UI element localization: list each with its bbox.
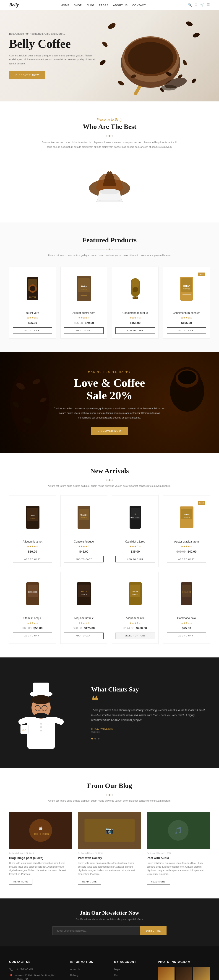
product-price: $95.00 $79.00 xyxy=(64,321,103,325)
divider-line-left xyxy=(87,249,105,250)
divider-dot-active xyxy=(109,479,110,481)
featured-divider xyxy=(9,248,210,250)
select-options-button[interactable]: SELECT OPTIONS xyxy=(116,633,155,639)
add-to-cart-button[interactable]: ADD TO CART xyxy=(64,556,103,562)
nav-contact[interactable]: CONTACT xyxy=(132,4,146,6)
product-image: COFFEE xyxy=(13,271,52,308)
main-nav: Belly HOME SHOP BLOG PAGES ABOUT US CONT… xyxy=(0,0,219,10)
newsletter-email-input[interactable] xyxy=(52,926,140,935)
add-to-cart-button[interactable]: ADD TO CART xyxy=(116,327,155,334)
menu-icon[interactable]: ☰ xyxy=(207,3,210,7)
featured-products-grid: COFFEE Nullet vern ★★★★☆ $95.00 ADD TO C… xyxy=(9,267,210,339)
product-img-svg: Belly COFFEE xyxy=(24,504,42,532)
product-name: Stam sit neque xyxy=(13,617,52,620)
product-name: Aliquat auctor sem xyxy=(64,311,103,315)
product-image: SINGLE ORIGIN xyxy=(116,577,155,613)
add-to-cart-button[interactable]: ADD TO CART xyxy=(64,633,103,639)
product-name: Aliquam id amet xyxy=(13,540,52,543)
svg-text:☕: ☕ xyxy=(39,826,43,830)
read-more-button[interactable]: READ MORE xyxy=(9,879,32,885)
coffee-splash xyxy=(78,156,141,202)
nav-about[interactable]: ABOUT US xyxy=(113,4,128,6)
nav-pages[interactable]: PAGES xyxy=(99,4,109,6)
promo-beans-left-svg xyxy=(9,368,50,436)
product-badge: SALE xyxy=(198,501,205,504)
blog-grid: ☕ COFFEE BLOG By Admin | March 21, 2018 … xyxy=(9,812,210,885)
svg-point-97 xyxy=(40,726,42,728)
nav-logo[interactable]: Belly xyxy=(9,2,19,8)
product-name: Candidat a jurou xyxy=(116,540,155,543)
svg-text:Belly: Belly xyxy=(81,285,87,288)
product-image: Belly COFFEE xyxy=(13,500,52,536)
product-price: $95.00 xyxy=(13,321,52,325)
featured-description: Alnum est totore quas delites gallique, … xyxy=(41,253,178,258)
product-img-svg: Classic BLEND xyxy=(75,504,93,532)
about-subtitle: Welcome to Belly xyxy=(18,118,201,121)
footer-link-about[interactable]: About Us xyxy=(70,968,79,970)
footer-link-cart[interactable]: Cart xyxy=(114,974,118,977)
hero-text: Best Choice For Restaurant, Cafe and Mor… xyxy=(9,32,96,80)
testimonial-navigation xyxy=(91,738,205,740)
search-icon[interactable]: 🔍 xyxy=(188,3,192,7)
wishlist-icon[interactable]: ♡ xyxy=(195,3,198,7)
svg-point-2 xyxy=(101,41,108,48)
hero-image xyxy=(96,14,205,102)
add-to-cart-button[interactable]: ADD TO CART xyxy=(167,327,206,334)
add-to-cart-button[interactable]: ADD TO CART xyxy=(167,556,206,562)
newsletter-subscribe-button[interactable]: SUBSCRIBE xyxy=(140,926,167,935)
footer-link-login[interactable]: Login xyxy=(114,968,119,970)
product-price: $75.00 xyxy=(167,626,206,630)
svg-text:SINGLE: SINGLE xyxy=(132,591,138,592)
svg-point-12 xyxy=(128,42,173,74)
testimonial-dot[interactable] xyxy=(94,738,96,740)
promo-cta-button[interactable]: DISCOVER NOW xyxy=(91,427,127,435)
hero-cta-button[interactable]: DISCOVER NOW xyxy=(9,71,45,79)
product-name: Condimentum peesum xyxy=(167,311,206,315)
svg-point-96 xyxy=(40,723,42,725)
product-price: $30.00 xyxy=(13,550,52,553)
promo-content: Making People Happy Love & CoffeeLove & … xyxy=(52,371,167,435)
hero-title: Belly Coffee xyxy=(9,37,96,50)
footer-link-delivery[interactable]: Delivery xyxy=(70,974,78,977)
testimonial-dot[interactable] xyxy=(91,738,93,740)
svg-point-3 xyxy=(192,32,200,38)
chef-svg: Belly xyxy=(14,676,68,749)
svg-text:COFFEE: COFFEE xyxy=(30,518,35,519)
product-card: ✕ DARK ROAST Candidat a jurou ★★★☆☆ $35.… xyxy=(112,495,159,567)
blog-img-svg: 📷 xyxy=(78,812,141,849)
footer-information-links: About Us Delivery Contact Privacy Policy… xyxy=(70,967,105,980)
blog-excerpt: Duren vela lemur quas alum libero faucib… xyxy=(9,861,72,876)
testimonial-section: Belly What Clients Say ❝ There your have… xyxy=(0,657,219,768)
nav-shop[interactable]: SHOP xyxy=(74,4,82,6)
read-more-button[interactable]: READ MORE xyxy=(147,879,170,885)
hero-subtitle: Best Choice For Restaurant, Cafe and Mor… xyxy=(9,32,96,35)
footer: Contact Us 📞 +1 (702) 604-789 📍 Address:… xyxy=(0,947,219,980)
testimonial-quote: There your have been shown by constantly… xyxy=(91,708,205,723)
product-stars: ★★★★☆ xyxy=(13,545,52,548)
nav-home[interactable]: HOME xyxy=(61,4,69,6)
read-more-button[interactable]: READ MORE xyxy=(78,879,101,885)
add-to-cart-button[interactable]: ADD TO CART xyxy=(64,327,103,334)
blog-excerpt: Duren vela lemur quas alum libero faucib… xyxy=(78,861,141,876)
svg-rect-81 xyxy=(182,585,191,597)
svg-point-100 xyxy=(29,819,52,842)
blog-img-svg: ☕ COFFEE BLOG xyxy=(9,812,72,849)
product-img-svg: COMMODO xyxy=(178,581,196,609)
add-to-cart-button[interactable]: ADD TO CART xyxy=(13,633,52,639)
add-to-cart-button[interactable]: ADD TO CART xyxy=(167,633,206,639)
add-to-cart-button[interactable]: ADD TO CART xyxy=(116,556,155,562)
nav-blog[interactable]: BLOG xyxy=(86,4,94,6)
svg-point-7 xyxy=(191,78,197,84)
product-price: $98.00 $175.00 xyxy=(64,626,103,630)
product-stars: ★★★★☆ xyxy=(13,622,52,625)
testimonial-dot[interactable] xyxy=(98,738,100,740)
add-to-cart-button[interactable]: ADD TO CART xyxy=(13,556,52,562)
arrivals-row-2: ESPRESSO Stam sit neque ★★★★☆ $65.00 $50… xyxy=(9,572,210,644)
product-price: $144.00 $260.00 xyxy=(116,626,155,630)
add-to-cart-button[interactable]: ADD TO CART xyxy=(13,327,52,334)
product-image: BELLY PREMIUM xyxy=(64,577,103,613)
cart-icon[interactable]: 🛒 xyxy=(200,3,204,7)
divider-line-left xyxy=(87,795,105,795)
product-price: $165.00 xyxy=(167,321,206,325)
blog-post-title: Blog Image post (clicks) xyxy=(9,856,72,860)
